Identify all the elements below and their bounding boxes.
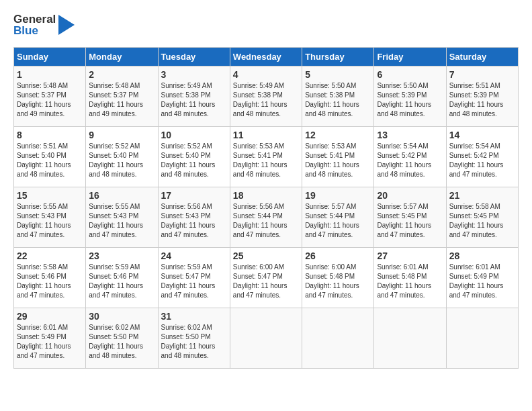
calendar-cell: 7 Sunrise: 5:51 AMSunset: 5:39 PMDayligh… — [446, 66, 518, 127]
calendar-cell: 21 Sunrise: 5:58 AMSunset: 5:45 PMDaylig… — [446, 187, 518, 248]
day-info: Sunrise: 5:57 AMSunset: 5:44 PMDaylight:… — [305, 202, 371, 240]
calendar-cell: 22 Sunrise: 5:58 AMSunset: 5:46 PMDaylig… — [14, 248, 86, 308]
calendar-cell: 30 Sunrise: 6:02 AMSunset: 5:50 PMDaylig… — [86, 308, 158, 369]
day-number: 10 — [161, 130, 227, 140]
calendar-cell: 6 Sunrise: 5:50 AMSunset: 5:39 PMDayligh… — [374, 66, 446, 127]
header-day-monday: Monday — [86, 48, 158, 66]
header-day-friday: Friday — [374, 48, 446, 66]
day-number: 9 — [89, 130, 154, 140]
day-info: Sunrise: 5:59 AMSunset: 5:47 PMDaylight:… — [161, 263, 227, 300]
logo: General Blue — [13, 13, 75, 36]
day-number: 1 — [17, 69, 83, 80]
calendar-cell: 23 Sunrise: 5:59 AMSunset: 5:46 PMDaylig… — [86, 248, 158, 308]
header-day-tuesday: Tuesday — [158, 48, 230, 66]
calendar-cell: 19 Sunrise: 5:57 AMSunset: 5:44 PMDaylig… — [302, 187, 374, 248]
calendar-cell: 16 Sunrise: 5:55 AMSunset: 5:43 PMDaylig… — [86, 187, 158, 248]
day-number: 7 — [449, 69, 515, 80]
day-number: 3 — [161, 69, 227, 80]
calendar-cell: 17 Sunrise: 5:56 AMSunset: 5:43 PMDaylig… — [158, 187, 230, 248]
calendar-cell: 1 Sunrise: 5:48 AMSunset: 5:37 PMDayligh… — [14, 66, 86, 127]
calendar-table: SundayMondayTuesdayWednesdayThursdayFrid… — [13, 47, 519, 369]
calendar-cell: 26 Sunrise: 6:00 AMSunset: 5:48 PMDaylig… — [302, 248, 374, 308]
day-number: 31 — [161, 311, 227, 322]
calendar-cell — [230, 308, 302, 369]
day-number: 20 — [377, 190, 443, 201]
logo-blue-text: Blue — [13, 25, 56, 36]
calendar-cell — [446, 308, 518, 369]
day-info: Sunrise: 5:58 AMSunset: 5:46 PMDaylight:… — [17, 263, 83, 300]
day-info: Sunrise: 5:49 AMSunset: 5:38 PMDaylight:… — [161, 81, 227, 119]
day-info: Sunrise: 5:51 AMSunset: 5:40 PMDaylight:… — [17, 142, 83, 179]
day-number: 18 — [233, 190, 299, 201]
calendar-cell — [374, 308, 446, 369]
header-day-thursday: Thursday — [302, 48, 374, 66]
week-row-4: 22 Sunrise: 5:58 AMSunset: 5:46 PMDaylig… — [14, 248, 519, 308]
day-info: Sunrise: 6:02 AMSunset: 5:50 PMDaylight:… — [89, 323, 154, 361]
day-number: 22 — [17, 250, 83, 261]
logo-arrow-icon — [58, 15, 75, 35]
day-info: Sunrise: 5:55 AMSunset: 5:43 PMDaylight:… — [89, 202, 154, 240]
header-day-wednesday: Wednesday — [230, 48, 302, 66]
day-info: Sunrise: 5:53 AMSunset: 5:41 PMDaylight:… — [233, 142, 299, 179]
week-row-3: 15 Sunrise: 5:55 AMSunset: 5:43 PMDaylig… — [14, 187, 519, 248]
day-info: Sunrise: 5:49 AMSunset: 5:38 PMDaylight:… — [233, 81, 299, 119]
day-number: 24 — [161, 250, 227, 261]
day-info: Sunrise: 6:01 AMSunset: 5:48 PMDaylight:… — [377, 263, 443, 300]
week-row-2: 8 Sunrise: 5:51 AMSunset: 5:40 PMDayligh… — [14, 127, 519, 187]
calendar-cell: 14 Sunrise: 5:54 AMSunset: 5:42 PMDaylig… — [446, 127, 518, 187]
calendar-cell: 18 Sunrise: 5:56 AMSunset: 5:44 PMDaylig… — [230, 187, 302, 248]
calendar-cell: 10 Sunrise: 5:52 AMSunset: 5:40 PMDaylig… — [158, 127, 230, 187]
calendar-cell: 2 Sunrise: 5:48 AMSunset: 5:37 PMDayligh… — [86, 66, 158, 127]
day-number: 28 — [449, 250, 515, 261]
calendar-cell: 25 Sunrise: 6:00 AMSunset: 5:47 PMDaylig… — [230, 248, 302, 308]
day-info: Sunrise: 5:53 AMSunset: 5:41 PMDaylight:… — [305, 142, 371, 179]
day-number: 21 — [449, 190, 515, 201]
day-number: 2 — [89, 69, 154, 80]
header-day-sunday: Sunday — [14, 48, 86, 66]
day-number: 26 — [305, 250, 371, 261]
day-info: Sunrise: 5:59 AMSunset: 5:46 PMDaylight:… — [89, 263, 154, 300]
calendar-cell: 4 Sunrise: 5:49 AMSunset: 5:38 PMDayligh… — [230, 66, 302, 127]
day-number: 29 — [17, 311, 83, 322]
day-number: 8 — [17, 130, 83, 140]
day-info: Sunrise: 5:48 AMSunset: 5:37 PMDaylight:… — [89, 81, 154, 119]
calendar-cell — [302, 308, 374, 369]
day-info: Sunrise: 5:56 AMSunset: 5:43 PMDaylight:… — [161, 202, 227, 240]
day-info: Sunrise: 5:57 AMSunset: 5:45 PMDaylight:… — [377, 202, 443, 240]
day-number: 11 — [233, 130, 299, 140]
day-info: Sunrise: 6:01 AMSunset: 5:49 PMDaylight:… — [17, 323, 83, 361]
logo-general-text: General — [13, 13, 56, 25]
day-number: 27 — [377, 250, 443, 261]
day-number: 17 — [161, 190, 227, 201]
day-info: Sunrise: 5:52 AMSunset: 5:40 PMDaylight:… — [89, 142, 154, 179]
day-number: 5 — [305, 69, 371, 80]
day-number: 19 — [305, 190, 371, 201]
day-info: Sunrise: 5:58 AMSunset: 5:45 PMDaylight:… — [449, 202, 515, 240]
calendar-cell: 8 Sunrise: 5:51 AMSunset: 5:40 PMDayligh… — [14, 127, 86, 187]
day-number: 4 — [233, 69, 299, 80]
svg-marker-0 — [58, 15, 75, 35]
week-row-5: 29 Sunrise: 6:01 AMSunset: 5:49 PMDaylig… — [14, 308, 519, 369]
day-number: 14 — [449, 130, 515, 140]
day-number: 15 — [17, 190, 83, 201]
calendar-cell: 31 Sunrise: 6:02 AMSunset: 5:50 PMDaylig… — [158, 308, 230, 369]
day-number: 25 — [233, 250, 299, 261]
day-info: Sunrise: 6:00 AMSunset: 5:48 PMDaylight:… — [305, 263, 371, 300]
calendar-cell: 13 Sunrise: 5:54 AMSunset: 5:42 PMDaylig… — [374, 127, 446, 187]
day-number: 13 — [377, 130, 443, 140]
calendar-body: 1 Sunrise: 5:48 AMSunset: 5:37 PMDayligh… — [14, 66, 519, 369]
calendar-cell: 9 Sunrise: 5:52 AMSunset: 5:40 PMDayligh… — [86, 127, 158, 187]
day-info: Sunrise: 5:55 AMSunset: 5:43 PMDaylight:… — [17, 202, 83, 240]
calendar-cell: 24 Sunrise: 5:59 AMSunset: 5:47 PMDaylig… — [158, 248, 230, 308]
day-info: Sunrise: 5:56 AMSunset: 5:44 PMDaylight:… — [233, 202, 299, 240]
header-row: SundayMondayTuesdayWednesdayThursdayFrid… — [14, 48, 519, 66]
calendar-cell: 11 Sunrise: 5:53 AMSunset: 5:41 PMDaylig… — [230, 127, 302, 187]
calendar-cell: 28 Sunrise: 6:01 AMSunset: 5:49 PMDaylig… — [446, 248, 518, 308]
calendar-cell: 12 Sunrise: 5:53 AMSunset: 5:41 PMDaylig… — [302, 127, 374, 187]
day-info: Sunrise: 5:51 AMSunset: 5:39 PMDaylight:… — [449, 81, 515, 119]
header: General Blue — [13, 13, 519, 36]
day-number: 23 — [89, 250, 154, 261]
calendar-cell: 27 Sunrise: 6:01 AMSunset: 5:48 PMDaylig… — [374, 248, 446, 308]
calendar-cell: 5 Sunrise: 5:50 AMSunset: 5:38 PMDayligh… — [302, 66, 374, 127]
day-number: 6 — [377, 69, 443, 80]
